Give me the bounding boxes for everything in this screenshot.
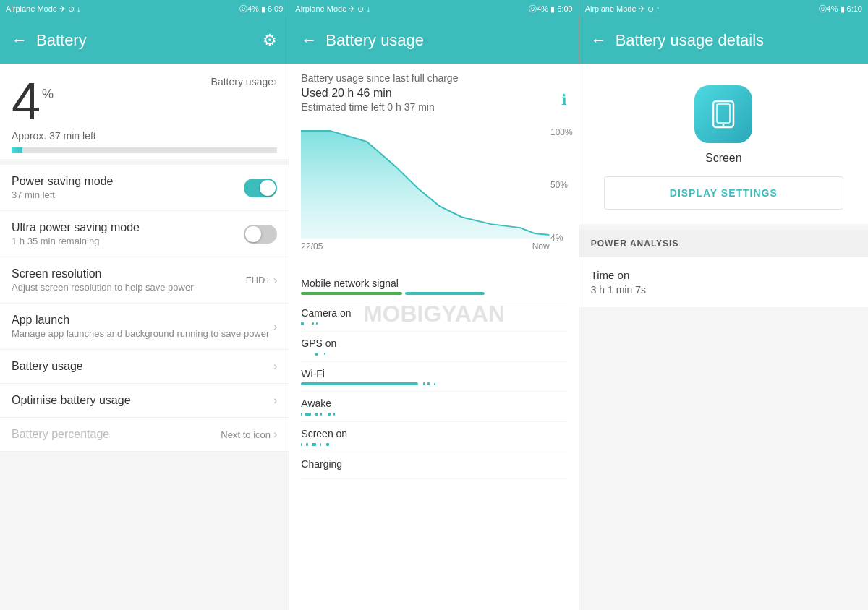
app-launch-title: App launch <box>12 314 273 327</box>
battery-summary: Battery usage › 4 % Approx. 37 min left <box>0 64 289 159</box>
optimise-battery-item[interactable]: Optimise battery usage › <box>0 384 289 418</box>
screen-res-sub: Adjust screen resolution to help save po… <box>12 282 246 293</box>
usage-summary: Battery usage since last full charge Use… <box>289 64 578 121</box>
screen-on-label: Screen on <box>301 428 566 439</box>
battery-details-content: Screen DISPLAY SETTINGS POWER ANALYSIS T… <box>579 64 868 610</box>
status-left-3: Airplane Mode ✈ ⊙ ↑ <box>585 4 660 14</box>
battery-usage-chevron-icon2: › <box>273 360 277 373</box>
ultra-power-saving-item[interactable]: Ultra power saving mode 1 h 35 min remai… <box>0 211 289 257</box>
battery-bar <box>12 147 277 153</box>
battery-usage-content: Battery usage since last full charge Use… <box>289 64 578 610</box>
wifi-label: Wi-Fi <box>301 368 566 379</box>
approx-time: Approx. 37 min left <box>12 130 277 142</box>
panels: ← Battery ⚙ Battery usage › 4 % Approx. … <box>0 17 868 610</box>
battery-usage-item[interactable]: Battery usage › <box>0 350 289 384</box>
time-on-value: 3 h 1 min 7s <box>591 284 856 296</box>
screen-res-chevron-icon: › <box>273 274 277 287</box>
power-saving-title: Power saving mode <box>12 175 244 188</box>
charging-label: Charging <box>301 458 566 470</box>
battery-usage-menu-title: Battery usage <box>12 360 273 373</box>
battery-pct-title: Battery percentage <box>12 428 221 441</box>
awake-dots <box>301 412 566 416</box>
gear-icon[interactable]: ⚙ <box>263 31 277 50</box>
chart-x-start: 22/05 <box>301 241 323 252</box>
battery-details-header: ← Battery usage details <box>579 17 868 64</box>
gps-signal-row: GPS on <box>301 332 566 362</box>
battery-percentage-item[interactable]: Battery percentage Next to icon › <box>0 418 289 452</box>
status-left-2: Airplane Mode ✈ ⊙ ↓ <box>295 4 370 14</box>
battery-back-button[interactable]: ← <box>12 31 27 50</box>
battery-chart: 100% 50% 4% <box>289 121 578 266</box>
status-right-3: ⓪4% ▮ 6:10 <box>819 4 862 14</box>
power-analysis-header: POWER ANALYSIS <box>579 230 868 257</box>
chart-y-4: 4% <box>550 233 573 243</box>
display-settings-button[interactable]: DISPLAY SETTINGS <box>604 176 843 210</box>
awake-signal-row: Awake <box>301 392 566 422</box>
chart-y-labels: 100% 50% 4% <box>550 127 573 243</box>
panel-battery: ← Battery ⚙ Battery usage › 4 % Approx. … <box>0 17 289 610</box>
awake-label: Awake <box>301 398 566 409</box>
status-bar-1: Airplane Mode ✈ ⊙ ↓ ⓪4% ▮ 6:09 <box>0 0 289 17</box>
screen-app-icon <box>694 85 752 143</box>
screen-svg-icon <box>707 98 739 130</box>
battery-chart-svg <box>301 127 549 239</box>
screen-res-title: Screen resolution <box>12 267 246 280</box>
time-on-row: Time on 3 h 1 min 7s <box>579 257 868 308</box>
svg-point-2 <box>723 124 725 126</box>
battery-bar-fill <box>12 147 22 153</box>
optimise-battery-title: Optimise battery usage <box>12 394 273 407</box>
battery-menu: Power saving mode 37 min left Ultra powe… <box>0 165 289 452</box>
battery-pct-chevron-icon: › <box>273 428 277 441</box>
ultra-power-title: Ultra power saving mode <box>12 221 244 234</box>
battery-pct-value: Next to icon <box>221 429 271 440</box>
battery-number: 4 <box>12 75 41 127</box>
battery-usage-back-button[interactable]: ← <box>301 31 317 50</box>
camera-signal-row: Camera on <box>301 301 566 332</box>
gps-dots <box>301 352 566 356</box>
estimated-time: Estimated time left 0 h 37 min <box>301 101 566 113</box>
battery-percent-sign: % <box>42 87 54 102</box>
ultra-power-toggle[interactable] <box>244 225 277 244</box>
battery-usage-title: Battery usage <box>326 31 566 50</box>
usage-since-label: Battery usage since last full charge <box>301 72 566 84</box>
panel-battery-details: ← Battery usage details Screen DISPLAY S… <box>579 17 868 610</box>
used-time: Used 20 h 46 min <box>301 87 566 100</box>
screen-res-value: FHD+ <box>246 275 271 285</box>
status-left-1: Airplane Mode ✈ ⊙ ↓ <box>6 4 81 14</box>
chart-y-50: 50% <box>550 180 573 190</box>
info-icon[interactable]: ℹ <box>561 91 567 108</box>
screen-resolution-item[interactable]: Screen resolution Adjust screen resoluti… <box>0 257 289 304</box>
camera-dots <box>301 322 566 325</box>
toggle-knob <box>260 180 276 196</box>
time-on-label: Time on <box>591 269 856 281</box>
screen-on-dots <box>301 442 566 446</box>
signal-section: Mobile network signal Camera on <box>289 266 578 485</box>
battery-details-title: Battery usage details <box>616 31 856 50</box>
battery-details-back-button[interactable]: ← <box>591 31 607 50</box>
status-right-2: ⓪4% ▮ 6:09 <box>529 4 572 14</box>
status-bars: Airplane Mode ✈ ⊙ ↓ ⓪4% ▮ 6:09 Airplane … <box>0 0 868 17</box>
power-saving-toggle[interactable] <box>244 179 277 197</box>
battery-usage-link[interactable]: Battery usage › <box>211 75 278 88</box>
svg-rect-1 <box>717 104 730 123</box>
chart-area <box>301 127 549 239</box>
charging-signal-row: Charging <box>301 452 566 479</box>
status-right-1: ⓪4% ▮ 6:09 <box>239 4 283 14</box>
power-saving-sub: 37 min left <box>12 189 244 200</box>
app-launch-chevron-icon: › <box>273 320 277 333</box>
gps-label: GPS on <box>301 338 566 349</box>
panel-battery-usage: ← Battery usage Battery usage since last… <box>289 17 579 610</box>
app-launch-item[interactable]: App launch Manage app launches and backg… <box>0 304 289 350</box>
chart-x-end: Now <box>532 241 550 252</box>
app-launch-sub: Manage app launches and background runni… <box>12 328 273 339</box>
mobile-signal-bar1 <box>301 292 402 295</box>
mobile-signal-bar2 <box>405 292 485 295</box>
ultra-power-sub: 1 h 35 min remaining <box>12 236 244 246</box>
optimise-chevron-icon: › <box>273 394 277 407</box>
battery-usage-link-text: Battery usage <box>211 76 273 87</box>
wifi-bar-dots <box>301 382 566 385</box>
screen-on-signal-row: Screen on <box>301 422 566 452</box>
mobile-signal-label: Mobile network signal <box>301 278 566 289</box>
power-saving-mode-item[interactable]: Power saving mode 37 min left <box>0 165 289 211</box>
screen-app-label: Screen <box>705 152 742 165</box>
